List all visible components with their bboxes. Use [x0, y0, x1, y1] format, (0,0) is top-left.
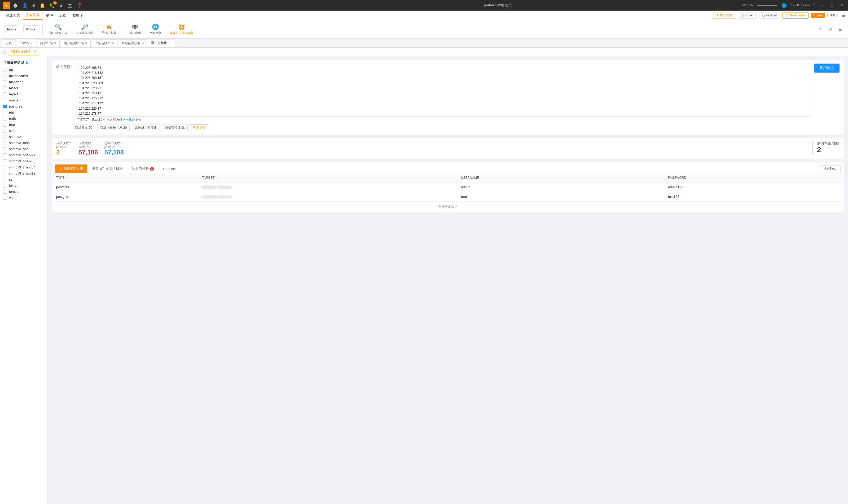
import-resources-btn[interactable]: ⬆ 导入资源 [713, 12, 735, 19]
sidebar-item-mssql[interactable]: mssql [0, 85, 48, 91]
checkbox-rdp[interactable] [3, 111, 7, 114]
maximize-btn[interactable]: □ [829, 3, 835, 7]
inner-concurrency-btn[interactable]: 目标内爆破并发:20 [97, 124, 130, 131]
encode-dropdown[interactable]: 编码 ▾ [23, 25, 38, 33]
tab-home[interactable]: 首页 [2, 39, 15, 47]
more-params-btn[interactable]: 更多参数 [190, 124, 208, 131]
result-tab-plugin-log[interactable]: 基础插件信息 / 日志 [88, 164, 127, 173]
checkbox-snmpv3_sha[interactable] [3, 147, 7, 151]
upload-link[interactable]: 点击此处上 [122, 118, 138, 122]
random-pause-btn[interactable]: 随机暂停:1-5s [162, 124, 188, 131]
home-icon[interactable]: 🏠 [13, 3, 18, 8]
settings-icon[interactable]: ⚙ [32, 3, 36, 8]
menu-database[interactable]: 数据库 [69, 12, 86, 19]
sidebar-item-tomcat[interactable]: tomcat [0, 188, 48, 195]
sidebar-item-rdp[interactable]: rdp [0, 109, 48, 115]
result-tab-vuln[interactable]: 漏洞与风险5 [128, 164, 158, 173]
checkbox-rtsp[interactable] [3, 123, 7, 127]
result-tab-bruteforce[interactable]: 可用爆破结果表 [55, 164, 87, 173]
checkbox-postgres[interactable]: ✓ [3, 105, 7, 108]
sidebar-item-smb[interactable]: smb [0, 128, 48, 134]
user-icon[interactable]: 👤 [22, 3, 28, 8]
checkbox-mysql[interactable] [3, 92, 7, 96]
yak-runner-btn[interactable]: ⬡ Yak Runner [782, 12, 809, 19]
sidebar-item-snmpv3_sha[interactable]: snmpv3_sha [0, 146, 48, 152]
sidebar-item-snmpv3_sha-512[interactable]: snmpv3_sha-512 [0, 170, 48, 176]
sidebar-item-redis[interactable]: redis [0, 115, 48, 122]
menu-reverse[interactable]: 反连 [56, 12, 69, 19]
checkbox-snmpv2[interactable] [3, 135, 7, 139]
checkbox-telnet[interactable] [3, 184, 7, 187]
sidebar-item-telnet[interactable]: telnet [0, 182, 48, 188]
monitor-icon[interactable]: 🖥 [59, 3, 63, 8]
close-btn[interactable]: ✕ [839, 3, 845, 7]
checkbox-snmpv3_sha-224[interactable] [3, 154, 7, 157]
menu-plugins[interactable]: 插件 [43, 12, 56, 19]
menu-pentest[interactable]: 渗透测试 [3, 12, 23, 19]
sidebar-item-snmpv2[interactable]: snmpv2 [0, 134, 48, 140]
sidebar-item-memcached[interactable]: memcached [0, 73, 48, 79]
checkbox-memcached[interactable] [3, 74, 7, 78]
vuln-scan-tool[interactable]: 🔎 专项漏洞检测 [74, 22, 96, 36]
sidebar-item-postgres[interactable]: ✓postgres [0, 103, 48, 109]
tab-port-scan[interactable]: 端口/指纹扫描 ✕ [60, 39, 90, 47]
basic-crawl-tool[interactable]: 🕷 基础爬虫 [127, 22, 143, 36]
decode-dropdown[interactable]: 解码 ▾ [4, 25, 19, 33]
subdomain-tool[interactable]: W 子域名收集 [100, 23, 119, 36]
add-tab-btn[interactable]: + [175, 40, 181, 46]
help-icon[interactable]: ❓ [77, 3, 82, 8]
add-subtab-btn[interactable]: + [40, 49, 46, 55]
sidebar-item-snmpv3_sha-384[interactable]: snmpv3_sha-384 [0, 164, 48, 170]
reset-icon[interactable]: ↺ [827, 26, 834, 33]
sidebar-item-mongodb[interactable]: mongodb [0, 79, 48, 85]
menu-security-tools[interactable]: 安全工具 [23, 11, 43, 20]
target-filter-icon[interactable]: ▽ [217, 176, 219, 180]
checkbox-snmpv3_sha-384[interactable] [3, 165, 7, 169]
checkbox-redis[interactable] [3, 117, 7, 121]
space-engine-tool[interactable]: 🌐 空间引擎 [148, 22, 163, 36]
username-filter-icon[interactable]: ▽ [481, 176, 483, 180]
bell-icon[interactable]: 🔔 [40, 3, 45, 8]
tab-subdomain[interactable]: 子域名收集 ✕ [91, 39, 118, 47]
tab-web-info[interactable]: 网站信息获取 ✕ [118, 39, 148, 47]
subtab-weak-pass-1[interactable]: 弱口令检测-[1] ✕ [8, 48, 39, 55]
result-tab-console[interactable]: Console [159, 165, 180, 173]
checkbox-mongodb[interactable] [3, 80, 7, 84]
sidebar-item-snmpv3_sha-224[interactable]: snmpv3_sha-224 [0, 152, 48, 158]
sidebar-item-vnc[interactable]: vnc [0, 195, 48, 201]
checkbox-ftp[interactable] [3, 68, 7, 72]
bug-icon[interactable]: 🐛5 [49, 3, 55, 8]
checkbox-mssql[interactable] [3, 86, 7, 90]
target-concurrency-btn[interactable]: 目标并发:50 [72, 124, 95, 131]
tab-subdomain-close[interactable]: ✕ [111, 41, 114, 45]
menu-icon[interactable]: ☰ [836, 26, 844, 33]
sidebar-item-rtsp[interactable]: rtsp [0, 122, 48, 128]
export-excel-btn[interactable]: 导出Excel [820, 165, 841, 173]
checkbox-snmpv3_md5[interactable] [3, 141, 7, 145]
checkbox-vnc[interactable] [3, 196, 7, 200]
sidebar-item-mysql[interactable]: mysql [0, 91, 48, 97]
tab-history-close[interactable]: ✕ [30, 41, 33, 45]
sidebar-item-oracle[interactable]: oracle [0, 97, 48, 103]
refresh-icon[interactable]: ↻ [817, 26, 825, 33]
tab-history[interactable]: History ✕ [16, 40, 36, 46]
tab-weak-pass-close[interactable]: ✕ [168, 41, 171, 45]
checkbox-snmpv3_sha-256[interactable] [3, 159, 7, 163]
checkbox-ssh[interactable] [3, 178, 7, 181]
sidebar-item-snmpv3_sha-256[interactable]: snmpv3_sha-256 [0, 158, 48, 164]
minimize-btn[interactable]: — [818, 3, 825, 7]
codec-btn[interactable]: ⬡ Codec [738, 12, 757, 19]
sidebar-item-snmpv3_md5[interactable]: snmpv3_md5 [0, 140, 48, 146]
checkbox-snmpv3_sha-512[interactable] [3, 172, 7, 175]
tab-dir-scan[interactable]: 目录扫描 ✕ [37, 39, 59, 47]
tab-weak-pass[interactable]: 弱口令检测 ✕ [148, 39, 174, 47]
start-detect-btn[interactable]: 开始检测 [814, 64, 840, 73]
camera-icon[interactable]: 📷 [67, 3, 73, 8]
payload-btn[interactable]: ⬡ Payload [759, 12, 780, 19]
sidebar-item-ftp[interactable]: ftp [0, 67, 48, 73]
checkbox-tomcat[interactable] [3, 190, 7, 194]
type-filter-icon[interactable]: ▽ [67, 176, 69, 180]
dnslog-btn[interactable]: DNSLog [827, 14, 839, 17]
tab-web-info-close[interactable]: ✕ [141, 41, 144, 45]
target-input[interactable]: 104.225.166.54104.225.216.142104.225.208… [76, 64, 811, 116]
